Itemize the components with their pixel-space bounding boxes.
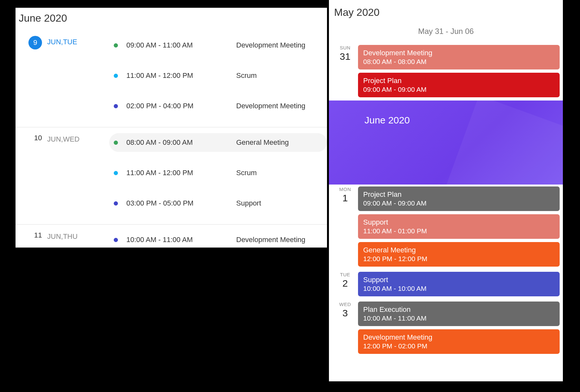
- week-day-header[interactable]: WED3: [332, 302, 358, 357]
- week-events-column: Plan Execution10:00 AM - 11:00 AMDevelop…: [358, 302, 560, 357]
- week-event-time: 11:00 AM - 01:00 PM: [363, 227, 554, 235]
- week-event-title: Plan Execution: [363, 305, 554, 314]
- week-day-header[interactable]: TUE2: [332, 272, 358, 300]
- event-time: 08:00 AM - 09:00 AM: [126, 138, 236, 147]
- week-event-title: General Meeting: [363, 246, 554, 254]
- week-event-time: 12:00 PM - 02:00 PM: [363, 342, 554, 350]
- week-events-column: Project Plan09:00 AM - 09:00 AMSupport11…: [358, 186, 560, 270]
- week-event-title: Development Meeting: [363, 49, 554, 57]
- week-day-number: 1: [332, 193, 358, 204]
- event-color-dot-icon: [114, 43, 118, 48]
- agenda-month-title: June 2020: [16, 8, 327, 30]
- week-event-card[interactable]: Development Meeting08:00 AM - 08:00 AM: [358, 45, 560, 69]
- week-day-dow: MON: [332, 186, 358, 192]
- agenda-event-row[interactable]: 03:00 PM - 05:00 PMSupport: [109, 194, 327, 213]
- event-title: General Meeting: [236, 138, 289, 147]
- week-event-title: Support: [363, 218, 554, 227]
- event-color-dot-icon: [114, 74, 118, 78]
- week-events-column: Development Meeting08:00 AM - 08:00 AMPr…: [358, 45, 560, 101]
- agenda-event-row[interactable]: 08:00 AM - 09:00 AMGeneral Meeting: [109, 133, 327, 152]
- event-color-dot-icon: [114, 238, 118, 242]
- event-color-dot-icon: [114, 171, 118, 175]
- week-day-number: 31: [332, 51, 358, 62]
- agenda-day-block: 9JUN,TUE09:00 AM - 11:00 AMDevelopment M…: [16, 30, 327, 127]
- month-banner: June 2020: [329, 101, 563, 185]
- agenda-day-header[interactable]: 11JUN,THU: [16, 230, 109, 248]
- agenda-event-row[interactable]: 09:00 AM - 11:00 AMDevelopment Meeting: [109, 36, 327, 55]
- week-day-number: 2: [332, 278, 358, 289]
- agenda-day-header[interactable]: 9JUN,TUE: [16, 36, 109, 127]
- week-event-card[interactable]: Support11:00 AM - 01:00 PM: [358, 214, 560, 239]
- week-range-label: May 31 - Jun 06: [329, 22, 563, 43]
- event-time: 10:00 AM - 11:00 AM: [126, 236, 236, 244]
- agenda-week-title: May 2020: [329, 0, 563, 22]
- week-events-column: Support10:00 AM - 10:00 AM: [358, 272, 560, 300]
- week-event-card[interactable]: Project Plan09:00 AM - 09:00 AM: [358, 73, 560, 97]
- event-time: 11:00 AM - 12:00 PM: [126, 169, 236, 177]
- event-title: Development Meeting: [236, 41, 305, 49]
- week-event-time: 10:00 AM - 11:00 AM: [363, 314, 554, 322]
- week-day-dow: TUE: [332, 272, 358, 277]
- week-event-time: 12:00 PM - 12:00 PM: [363, 255, 554, 263]
- week-day-dow: WED: [332, 302, 358, 307]
- agenda-events-column: 08:00 AM - 09:00 AMGeneral Meeting11:00 …: [109, 133, 327, 224]
- week-day-block: MON1Project Plan09:00 AM - 09:00 AMSuppo…: [329, 185, 563, 270]
- event-title: Development Meeting: [236, 236, 305, 244]
- agenda-event-row[interactable]: 11:00 AM - 12:00 PMScrum: [109, 164, 327, 182]
- week-event-time: 09:00 AM - 09:00 AM: [363, 199, 554, 207]
- week-event-card[interactable]: Development Meeting12:00 PM - 02:00 PM: [358, 329, 560, 354]
- event-color-dot-icon: [114, 201, 118, 206]
- event-color-dot-icon: [114, 104, 118, 108]
- week-event-title: Project Plan: [363, 190, 554, 199]
- agenda-day-block: 10JUN,WED08:00 AM - 09:00 AMGeneral Meet…: [16, 127, 327, 224]
- event-time: 03:00 PM - 05:00 PM: [126, 199, 236, 207]
- agenda-day-label: JUN,THU: [47, 230, 78, 241]
- week-day-dow: SUN: [332, 45, 358, 50]
- event-title: Scrum: [236, 71, 257, 80]
- week-day-block: TUE2Support10:00 AM - 10:00 AM: [329, 270, 563, 300]
- week-day-header[interactable]: MON1: [332, 186, 358, 270]
- event-title: Support: [236, 199, 261, 207]
- month-banner-label: June 2020: [364, 115, 410, 125]
- week-day-block: SUN31Development Meeting08:00 AM - 08:00…: [329, 43, 563, 101]
- event-time: 09:00 AM - 11:00 AM: [126, 41, 236, 49]
- agenda-day-block: 11JUN,THU10:00 AM - 11:00 AMDevelopment …: [16, 224, 327, 248]
- week-event-title: Project Plan: [363, 77, 554, 85]
- agenda-day-header[interactable]: 10JUN,WED: [16, 133, 109, 224]
- agenda-day-number: 11: [28, 230, 42, 239]
- week-event-time: 08:00 AM - 08:00 AM: [363, 58, 554, 66]
- agenda-event-row[interactable]: 02:00 PM - 04:00 PMDevelopment Meeting: [109, 97, 327, 115]
- event-title: Development Meeting: [236, 102, 305, 110]
- event-color-dot-icon: [114, 141, 118, 145]
- week-day-number: 3: [332, 308, 358, 319]
- agenda-day-label: JUN,TUE: [47, 36, 77, 46]
- agenda-week-panel: May 2020 May 31 - Jun 06 SUN31Developmen…: [329, 0, 563, 381]
- week-event-card[interactable]: General Meeting12:00 PM - 12:00 PM: [358, 242, 560, 267]
- agenda-events-column: 09:00 AM - 11:00 AMDevelopment Meeting11…: [109, 36, 327, 127]
- event-time: 02:00 PM - 04:00 PM: [126, 102, 236, 110]
- week-day-header[interactable]: SUN31: [332, 45, 358, 101]
- agenda-event-row[interactable]: 11:00 AM - 12:00 PMScrum: [109, 66, 327, 85]
- agenda-event-row[interactable]: 10:00 AM - 11:00 AMDevelopment Meeting: [109, 230, 327, 248]
- week-day-block: WED3Plan Execution10:00 AM - 11:00 AMDev…: [329, 300, 563, 357]
- event-time: 11:00 AM - 12:00 PM: [126, 71, 236, 80]
- event-title: Scrum: [236, 169, 257, 177]
- week-event-title: Support: [363, 276, 554, 284]
- week-event-card[interactable]: Plan Execution10:00 AM - 11:00 AM: [358, 302, 560, 326]
- agenda-events-column: 10:00 AM - 11:00 AMDevelopment Meeting: [109, 230, 327, 248]
- agenda-day-label: JUN,WED: [47, 133, 79, 143]
- agenda-day-number-badge: 9: [28, 36, 42, 49]
- week-event-card[interactable]: Project Plan09:00 AM - 09:00 AM: [358, 186, 560, 211]
- agenda-list-panel: June 2020 9JUN,TUE09:00 AM - 11:00 AMDev…: [16, 8, 327, 248]
- week-event-card[interactable]: Support10:00 AM - 10:00 AM: [358, 272, 560, 296]
- agenda-day-number: 10: [28, 133, 42, 142]
- week-event-time: 09:00 AM - 09:00 AM: [363, 86, 554, 93]
- week-event-title: Development Meeting: [363, 333, 554, 342]
- week-event-time: 10:00 AM - 10:00 AM: [363, 285, 554, 292]
